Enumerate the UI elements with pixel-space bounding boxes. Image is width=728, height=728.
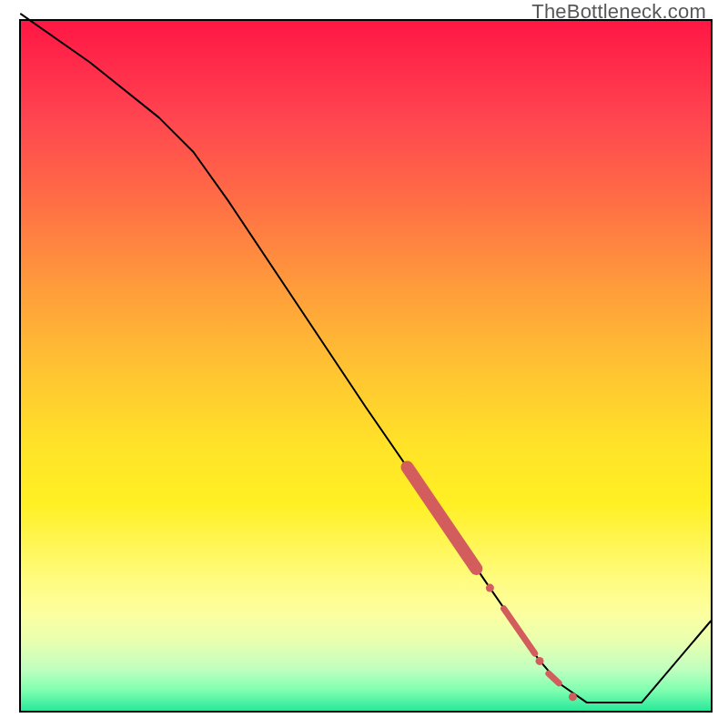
marker-dot-2 (569, 693, 577, 701)
highlight-thin1 (504, 609, 535, 653)
chart-curve (21, 14, 711, 703)
chart-plot-area (19, 19, 713, 713)
highlight-thin2 (549, 673, 559, 683)
highlight-thick (408, 467, 477, 569)
highlight-segments (408, 467, 560, 682)
chart-svg (21, 21, 711, 711)
marker-dot-1 (536, 657, 544, 665)
marker-dot-0 (486, 584, 494, 592)
